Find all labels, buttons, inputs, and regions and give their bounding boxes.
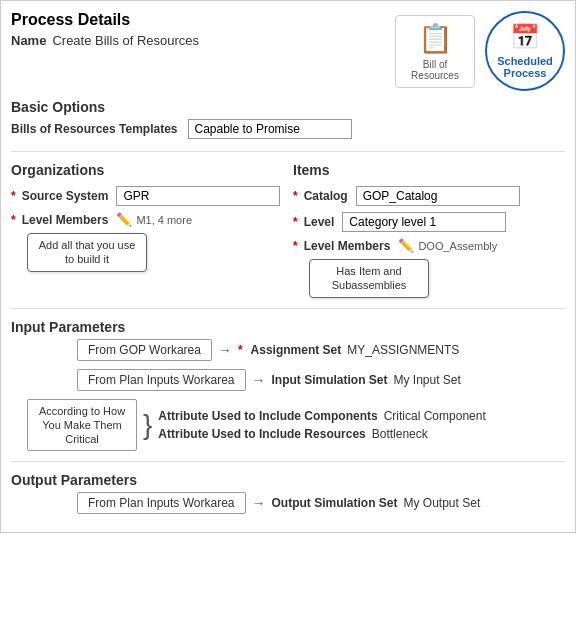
source-system-input[interactable] xyxy=(116,186,280,206)
items-col: Items * Catalog * Level * Level Members … xyxy=(293,162,565,298)
output-simulation-value: My Output Set xyxy=(404,496,481,510)
brace-block: According to How You Make Them Critical … xyxy=(11,399,565,452)
org-tooltip-container: Add all that you use to build it xyxy=(27,233,283,272)
source-system-row: * Source System xyxy=(11,186,283,206)
process-name-value: Create Bills of Resources xyxy=(52,33,199,48)
output-parameters-title: Output Parameters xyxy=(11,472,565,488)
assignment-set-value: MY_ASSIGNMENTS xyxy=(347,343,459,357)
level-members-label: Level Members xyxy=(22,213,109,227)
attribute-resources-row: Attribute Used to Include Resources Bott… xyxy=(158,427,485,441)
attribute-components-row: Attribute Used to Include Components Cri… xyxy=(158,409,485,423)
level-star: * xyxy=(293,215,298,229)
attribute-resources-value: Bottleneck xyxy=(372,427,428,441)
level-row: * Level xyxy=(293,212,565,232)
items-tooltip-container: Has Item and Subassemblies xyxy=(309,259,565,298)
attribute-resources-label: Attribute Used to Include Resources xyxy=(158,427,365,441)
organizations-col: Organizations * Source System * Level Me… xyxy=(11,162,283,298)
items-tooltip-text: Has Item and Subassemblies xyxy=(332,265,407,291)
input-simulation-row: From Plan Inputs Workarea → Input Simula… xyxy=(11,369,565,391)
two-col-section: Organizations * Source System * Level Me… xyxy=(11,162,565,298)
arrow-right-3: → xyxy=(252,495,266,511)
header-row: Process Details Name Create Bills of Res… xyxy=(11,11,565,91)
catalog-input[interactable] xyxy=(356,186,520,206)
source-system-label: Source System xyxy=(22,189,109,203)
level-members-star: * xyxy=(11,213,16,227)
items-title: Items xyxy=(293,162,565,178)
scheduled-icon: 📅 xyxy=(510,23,540,51)
divider1 xyxy=(11,151,565,152)
output-workarea-box: From Plan Inputs Workarea xyxy=(77,492,246,514)
name-row: Name Create Bills of Resources xyxy=(11,33,199,48)
assignment-set-label: Assignment Set xyxy=(251,343,342,357)
level-members-row: * Level Members ✏️ M1, 4 more xyxy=(11,212,283,227)
level-members-pencil-icon[interactable]: ✏️ xyxy=(116,212,132,227)
attribute-components-value: Critical Component xyxy=(384,409,486,423)
output-simulation-label: Output Simulation Set xyxy=(272,496,398,510)
items-level-members-row: * Level Members ✏️ DOO_Assembly xyxy=(293,238,565,253)
scheduled-icon-label: Scheduled Process xyxy=(491,55,559,79)
name-label: Name xyxy=(11,33,46,48)
brace-label: According to How You Make Them Critical xyxy=(27,399,137,452)
workarea2-box: From Plan Inputs Workarea xyxy=(77,369,246,391)
scheduled-process-icon-box[interactable]: 📅 Scheduled Process xyxy=(485,11,565,91)
output-simulation-row: From Plan Inputs Workarea → Output Simul… xyxy=(11,492,565,514)
brace-symbol: } xyxy=(143,411,152,439)
source-system-star: * xyxy=(11,189,16,203)
bill-icon-label: Bill of Resources xyxy=(404,59,466,81)
header-icons: 📋 Bill of Resources 📅 Scheduled Process xyxy=(395,11,565,91)
main-container: Process Details Name Create Bills of Res… xyxy=(0,0,576,533)
divider2 xyxy=(11,308,565,309)
level-label: Level xyxy=(304,215,335,229)
org-tooltip-text: Add all that you use to build it xyxy=(39,239,136,265)
input-parameters-title: Input Parameters xyxy=(11,319,565,335)
level-input[interactable] xyxy=(342,212,506,232)
arrow-right-2: → xyxy=(252,372,266,388)
bill-icon: 📋 xyxy=(418,22,453,55)
assignment-set-row: From GOP Workarea → * Assignment Set MY_… xyxy=(11,339,565,361)
items-level-members-label: Level Members xyxy=(304,239,391,253)
catalog-label: Catalog xyxy=(304,189,348,203)
organizations-title: Organizations xyxy=(11,162,283,178)
output-parameters-section: Output Parameters From Plan Inputs Worka… xyxy=(11,472,565,514)
templates-input[interactable] xyxy=(188,119,352,139)
items-level-members-pencil-icon[interactable]: ✏️ xyxy=(398,238,414,253)
org-tooltip-bubble: Add all that you use to build it xyxy=(27,233,147,272)
header-left: Process Details Name Create Bills of Res… xyxy=(11,11,199,48)
basic-options-title: Basic Options xyxy=(11,99,565,115)
input-parameters-section: Input Parameters From GOP Workarea → * A… xyxy=(11,319,565,452)
divider3 xyxy=(11,461,565,462)
templates-row: Bills of Resources Templates xyxy=(11,119,565,139)
input-simulation-value: My Input Set xyxy=(394,373,461,387)
templates-label: Bills of Resources Templates xyxy=(11,122,178,136)
input-simulation-label: Input Simulation Set xyxy=(272,373,388,387)
items-level-members-star: * xyxy=(293,239,298,253)
catalog-row: * Catalog xyxy=(293,186,565,206)
page-title: Process Details xyxy=(11,11,199,29)
level-members-tooltip: M1, 4 more xyxy=(136,214,192,226)
assignment-star: * xyxy=(238,343,243,357)
brace-right-block: Attribute Used to Include Components Cri… xyxy=(158,409,485,441)
attribute-components-label: Attribute Used to Include Components xyxy=(158,409,377,423)
arrow-right-1: → xyxy=(218,342,232,358)
items-tooltip-bubble: Has Item and Subassemblies xyxy=(309,259,429,298)
items-level-members-value: DOO_Assembly xyxy=(418,240,497,252)
bill-of-resources-icon-box[interactable]: 📋 Bill of Resources xyxy=(395,15,475,88)
catalog-star: * xyxy=(293,189,298,203)
workarea1-box: From GOP Workarea xyxy=(77,339,212,361)
